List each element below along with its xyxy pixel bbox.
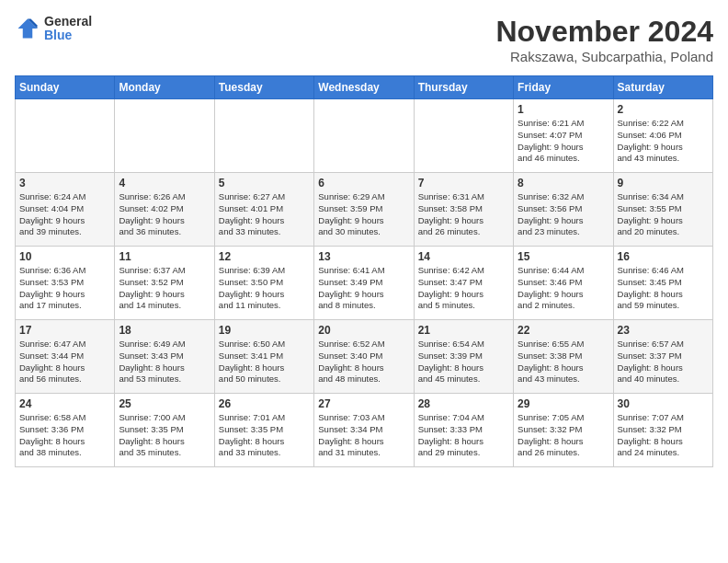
day-cell: 18Sunrise: 6:49 AM Sunset: 3:43 PM Dayli…: [115, 320, 214, 394]
day-number: 30: [618, 397, 709, 410]
day-cell: 15Sunrise: 6:44 AM Sunset: 3:46 PM Dayli…: [514, 247, 613, 320]
week-row-5: 24Sunrise: 6:58 AM Sunset: 3:36 PM Dayli…: [16, 394, 713, 467]
day-number: 3: [19, 177, 110, 190]
day-cell: 23Sunrise: 6:57 AM Sunset: 3:37 PM Dayli…: [613, 320, 712, 394]
day-info: Sunrise: 6:54 AM Sunset: 3:39 PM Dayligh…: [418, 339, 509, 385]
day-cell: [115, 99, 214, 173]
header-cell-thursday: Thursday: [414, 76, 513, 99]
day-info: Sunrise: 6:29 AM Sunset: 3:59 PM Dayligh…: [318, 191, 409, 238]
day-cell: 29Sunrise: 7:05 AM Sunset: 3:32 PM Dayli…: [514, 394, 613, 467]
day-number: 17: [19, 324, 110, 337]
day-number: 21: [418, 324, 509, 337]
logo-general-text: General: [44, 15, 92, 29]
day-cell: 4Sunrise: 6:26 AM Sunset: 4:02 PM Daylig…: [115, 173, 214, 247]
day-number: 11: [119, 250, 210, 263]
day-info: Sunrise: 6:31 AM Sunset: 3:58 PM Dayligh…: [418, 191, 509, 238]
day-cell: 11Sunrise: 6:37 AM Sunset: 3:52 PM Dayli…: [115, 247, 214, 320]
header-cell-monday: Monday: [115, 76, 214, 99]
week-row-3: 10Sunrise: 6:36 AM Sunset: 3:53 PM Dayli…: [16, 247, 713, 320]
logo-icon: [15, 16, 40, 41]
day-number: 26: [219, 397, 310, 410]
day-info: Sunrise: 6:32 AM Sunset: 3:56 PM Dayligh…: [518, 191, 609, 238]
header-cell-wednesday: Wednesday: [314, 76, 414, 99]
day-number: 24: [19, 397, 110, 410]
day-info: Sunrise: 7:07 AM Sunset: 3:32 PM Dayligh…: [618, 412, 709, 459]
day-cell: 9Sunrise: 6:34 AM Sunset: 3:55 PM Daylig…: [613, 173, 712, 247]
day-cell: 1Sunrise: 6:21 AM Sunset: 4:07 PM Daylig…: [514, 99, 613, 173]
svg-marker-0: [18, 19, 38, 39]
day-cell: 7Sunrise: 6:31 AM Sunset: 3:58 PM Daylig…: [414, 173, 513, 247]
day-cell: 12Sunrise: 6:39 AM Sunset: 3:50 PM Dayli…: [214, 247, 313, 320]
day-number: 2: [618, 103, 709, 116]
day-cell: 14Sunrise: 6:42 AM Sunset: 3:47 PM Dayli…: [414, 247, 513, 320]
day-number: 25: [119, 397, 210, 410]
day-info: Sunrise: 6:46 AM Sunset: 3:45 PM Dayligh…: [618, 265, 709, 312]
logo-text: General Blue: [44, 15, 92, 43]
day-cell: 26Sunrise: 7:01 AM Sunset: 3:35 PM Dayli…: [214, 394, 313, 467]
day-number: 12: [219, 250, 310, 263]
logo-blue-text: Blue: [44, 29, 92, 42]
day-info: Sunrise: 6:44 AM Sunset: 3:46 PM Dayligh…: [518, 265, 609, 312]
day-info: Sunrise: 7:05 AM Sunset: 3:32 PM Dayligh…: [518, 412, 609, 459]
header-cell-friday: Friday: [514, 76, 613, 99]
day-info: Sunrise: 6:41 AM Sunset: 3:49 PM Dayligh…: [318, 265, 409, 312]
day-number: 22: [518, 324, 609, 337]
day-info: Sunrise: 6:34 AM Sunset: 3:55 PM Dayligh…: [618, 191, 709, 238]
day-number: 6: [318, 177, 409, 190]
day-cell: 21Sunrise: 6:54 AM Sunset: 3:39 PM Dayli…: [414, 320, 513, 394]
header-cell-saturday: Saturday: [613, 76, 712, 99]
day-cell: 28Sunrise: 7:04 AM Sunset: 3:33 PM Dayli…: [414, 394, 513, 467]
day-info: Sunrise: 6:39 AM Sunset: 3:50 PM Dayligh…: [219, 265, 310, 312]
day-number: 29: [518, 397, 609, 410]
day-cell: [214, 99, 313, 173]
day-cell: 6Sunrise: 6:29 AM Sunset: 3:59 PM Daylig…: [314, 173, 414, 247]
day-info: Sunrise: 6:37 AM Sunset: 3:52 PM Dayligh…: [119, 265, 210, 312]
day-info: Sunrise: 6:36 AM Sunset: 3:53 PM Dayligh…: [19, 265, 110, 312]
day-cell: 25Sunrise: 7:00 AM Sunset: 3:35 PM Dayli…: [115, 394, 214, 467]
day-info: Sunrise: 6:26 AM Sunset: 4:02 PM Dayligh…: [119, 191, 210, 238]
logo: General Blue: [15, 15, 92, 43]
day-cell: [414, 99, 513, 173]
day-cell: 13Sunrise: 6:41 AM Sunset: 3:49 PM Dayli…: [314, 247, 414, 320]
day-info: Sunrise: 7:03 AM Sunset: 3:34 PM Dayligh…: [318, 412, 409, 459]
day-info: Sunrise: 7:04 AM Sunset: 3:33 PM Dayligh…: [418, 412, 509, 459]
week-row-2: 3Sunrise: 6:24 AM Sunset: 4:04 PM Daylig…: [16, 173, 713, 247]
week-row-1: 1Sunrise: 6:21 AM Sunset: 4:07 PM Daylig…: [16, 99, 713, 173]
day-number: 15: [518, 250, 609, 263]
day-number: 13: [318, 250, 409, 263]
day-cell: 5Sunrise: 6:27 AM Sunset: 4:01 PM Daylig…: [214, 173, 313, 247]
day-cell: 16Sunrise: 6:46 AM Sunset: 3:45 PM Dayli…: [613, 247, 712, 320]
day-info: Sunrise: 6:49 AM Sunset: 3:43 PM Dayligh…: [119, 339, 210, 385]
day-info: Sunrise: 6:21 AM Sunset: 4:07 PM Dayligh…: [518, 118, 609, 165]
day-cell: 10Sunrise: 6:36 AM Sunset: 3:53 PM Dayli…: [16, 247, 115, 320]
day-info: Sunrise: 6:55 AM Sunset: 3:38 PM Dayligh…: [518, 339, 609, 385]
day-cell: 27Sunrise: 7:03 AM Sunset: 3:34 PM Dayli…: [314, 394, 414, 467]
day-number: 28: [418, 397, 509, 410]
day-number: 27: [318, 397, 409, 410]
page-header: General Blue November 2024 Rakszawa, Sub…: [15, 15, 713, 64]
day-number: 5: [219, 177, 310, 190]
day-number: 19: [219, 324, 310, 337]
day-number: 4: [119, 177, 210, 190]
day-info: Sunrise: 6:42 AM Sunset: 3:47 PM Dayligh…: [418, 265, 509, 312]
week-row-4: 17Sunrise: 6:47 AM Sunset: 3:44 PM Dayli…: [16, 320, 713, 394]
header-cell-tuesday: Tuesday: [214, 76, 313, 99]
day-cell: 22Sunrise: 6:55 AM Sunset: 3:38 PM Dayli…: [514, 320, 613, 394]
day-cell: 19Sunrise: 6:50 AM Sunset: 3:41 PM Dayli…: [214, 320, 313, 394]
day-number: 7: [418, 177, 509, 190]
day-info: Sunrise: 6:47 AM Sunset: 3:44 PM Dayligh…: [19, 339, 110, 385]
calendar-table: SundayMondayTuesdayWednesdayThursdayFrid…: [15, 75, 713, 467]
header-row: SundayMondayTuesdayWednesdayThursdayFrid…: [16, 76, 713, 99]
month-title: November 2024: [495, 15, 713, 49]
header-cell-sunday: Sunday: [16, 76, 115, 99]
day-number: 23: [618, 324, 709, 337]
calendar-body: 1Sunrise: 6:21 AM Sunset: 4:07 PM Daylig…: [16, 99, 713, 467]
day-cell: 2Sunrise: 6:22 AM Sunset: 4:06 PM Daylig…: [613, 99, 712, 173]
calendar-header: SundayMondayTuesdayWednesdayThursdayFrid…: [16, 76, 713, 99]
day-info: Sunrise: 6:50 AM Sunset: 3:41 PM Dayligh…: [219, 339, 310, 385]
day-info: Sunrise: 6:52 AM Sunset: 3:40 PM Dayligh…: [318, 339, 409, 385]
day-cell: [16, 99, 115, 173]
day-info: Sunrise: 6:24 AM Sunset: 4:04 PM Dayligh…: [19, 191, 110, 238]
location: Rakszawa, Subcarpathia, Poland: [495, 49, 713, 64]
day-info: Sunrise: 7:00 AM Sunset: 3:35 PM Dayligh…: [119, 412, 210, 459]
